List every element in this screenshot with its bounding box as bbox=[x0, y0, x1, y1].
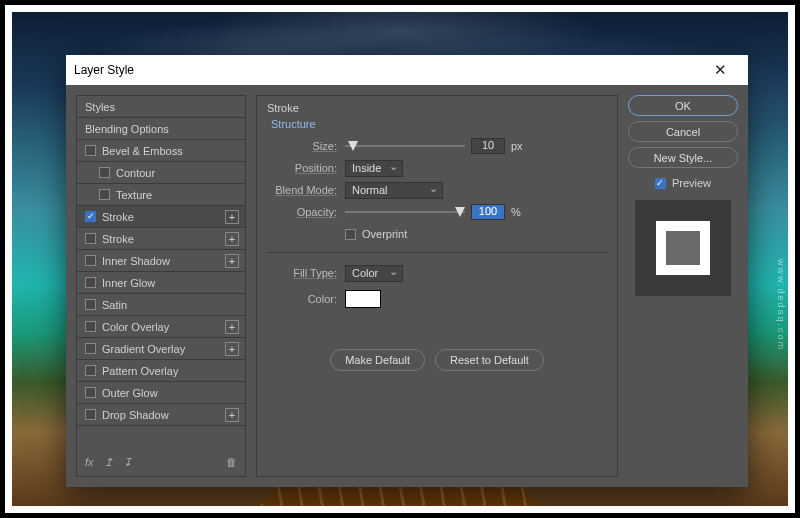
checkbox-icon[interactable] bbox=[85, 277, 96, 288]
preview-thumbnail bbox=[635, 200, 731, 296]
titlebar[interactable]: Layer Style ✕ bbox=[66, 55, 748, 85]
style-gradient-overlay[interactable]: Gradient Overlay+ bbox=[77, 338, 245, 360]
style-stroke[interactable]: ✓Stroke+ bbox=[77, 206, 245, 228]
style-drop-shadow[interactable]: Drop Shadow+ bbox=[77, 404, 245, 426]
preview-stroke-square bbox=[656, 221, 710, 275]
new-style-button[interactable]: New Style... bbox=[628, 147, 738, 168]
make-default-button[interactable]: Make Default bbox=[330, 349, 425, 371]
fill-type-select[interactable]: Color bbox=[345, 265, 403, 282]
checkbox-icon[interactable] bbox=[85, 255, 96, 266]
checkbox-icon[interactable] bbox=[85, 321, 96, 332]
opacity-label: Opacity: bbox=[267, 206, 345, 218]
style-contour[interactable]: Contour bbox=[77, 162, 245, 184]
style-pattern-overlay[interactable]: Pattern Overlay bbox=[77, 360, 245, 382]
checkbox-icon[interactable] bbox=[85, 299, 96, 310]
position-select[interactable]: Inside bbox=[345, 160, 403, 177]
blend-mode-select[interactable]: Normal bbox=[345, 182, 443, 199]
blend-mode-label: Blend Mode: bbox=[267, 184, 345, 196]
style-label: Stroke bbox=[102, 211, 134, 223]
add-effect-icon[interactable]: + bbox=[225, 254, 239, 268]
style-label: Satin bbox=[102, 299, 127, 311]
style-label: Outer Glow bbox=[102, 387, 158, 399]
opacity-unit: % bbox=[511, 206, 521, 218]
checkbox-icon[interactable] bbox=[85, 409, 96, 420]
ok-button[interactable]: OK bbox=[628, 95, 738, 116]
styles-header-label: Styles bbox=[85, 101, 115, 113]
color-label: Color: bbox=[267, 293, 345, 305]
dialog-actions: OK Cancel New Style... ✓ Preview bbox=[628, 95, 738, 477]
style-label: Inner Shadow bbox=[102, 255, 170, 267]
panel-title: Stroke bbox=[267, 102, 607, 114]
background-image: www.dedaq.com Layer Style ✕ Styles Blend… bbox=[12, 12, 788, 506]
style-label: Gradient Overlay bbox=[102, 343, 185, 355]
layer-style-dialog: Layer Style ✕ Styles Blending Options Be… bbox=[66, 55, 748, 487]
size-unit: px bbox=[511, 140, 523, 152]
style-stroke-2[interactable]: Stroke+ bbox=[77, 228, 245, 250]
color-swatch[interactable] bbox=[345, 290, 381, 308]
spacer bbox=[77, 426, 245, 448]
reset-to-default-button[interactable]: Reset to Default bbox=[435, 349, 544, 371]
opacity-input[interactable]: 100 bbox=[471, 204, 505, 220]
arrow-down-icon[interactable]: ↧ bbox=[123, 456, 132, 469]
style-outer-glow[interactable]: Outer Glow bbox=[77, 382, 245, 404]
close-icon[interactable]: ✕ bbox=[700, 61, 740, 79]
preview-label: Preview bbox=[672, 177, 711, 189]
checkbox-icon[interactable] bbox=[85, 365, 96, 376]
add-effect-icon[interactable]: + bbox=[225, 210, 239, 224]
style-label: Pattern Overlay bbox=[102, 365, 178, 377]
style-label: Texture bbox=[116, 189, 152, 201]
preview-checkbox[interactable]: ✓ bbox=[655, 178, 666, 189]
checkbox-icon[interactable] bbox=[85, 387, 96, 398]
fx-menu-icon[interactable]: fx bbox=[85, 456, 94, 468]
watermark: www.dedaq.com bbox=[776, 259, 786, 351]
checkbox-icon[interactable]: ✓ bbox=[85, 211, 96, 222]
trash-icon[interactable]: 🗑 bbox=[226, 456, 237, 468]
add-effect-icon[interactable]: + bbox=[225, 232, 239, 246]
stroke-settings-panel: Stroke Structure Size: 10 px Position: I… bbox=[256, 95, 618, 477]
overprint-label: Overprint bbox=[362, 228, 407, 240]
style-label: Drop Shadow bbox=[102, 409, 169, 421]
size-slider[interactable] bbox=[345, 139, 465, 153]
add-effect-icon[interactable]: + bbox=[225, 320, 239, 334]
styles-list: Styles Blending Options Bevel & Emboss C… bbox=[76, 95, 246, 477]
add-effect-icon[interactable]: + bbox=[225, 342, 239, 356]
checkbox-icon[interactable] bbox=[99, 167, 110, 178]
blending-options[interactable]: Blending Options bbox=[77, 118, 245, 140]
style-label: Contour bbox=[116, 167, 155, 179]
size-input[interactable]: 10 bbox=[471, 138, 505, 154]
checkbox-icon[interactable] bbox=[85, 233, 96, 244]
style-label: Inner Glow bbox=[102, 277, 155, 289]
window-title: Layer Style bbox=[74, 63, 700, 77]
checkbox-icon[interactable] bbox=[99, 189, 110, 200]
style-bevel-emboss[interactable]: Bevel & Emboss bbox=[77, 140, 245, 162]
checkbox-icon[interactable] bbox=[85, 343, 96, 354]
style-color-overlay[interactable]: Color Overlay+ bbox=[77, 316, 245, 338]
style-label: Bevel & Emboss bbox=[102, 145, 183, 157]
style-label: Stroke bbox=[102, 233, 134, 245]
fill-type-label: Fill Type: bbox=[267, 267, 345, 279]
style-texture[interactable]: Texture bbox=[77, 184, 245, 206]
arrow-up-icon[interactable]: ↥ bbox=[104, 456, 113, 469]
position-label: Position: bbox=[267, 162, 345, 174]
add-effect-icon[interactable]: + bbox=[225, 408, 239, 422]
overprint-checkbox[interactable] bbox=[345, 229, 356, 240]
opacity-slider[interactable] bbox=[345, 205, 465, 219]
styles-footer: fx ↥ ↧ 🗑 bbox=[77, 448, 245, 476]
style-label: Color Overlay bbox=[102, 321, 169, 333]
size-label: Size: bbox=[267, 140, 345, 152]
styles-header[interactable]: Styles bbox=[77, 96, 245, 118]
blending-options-label: Blending Options bbox=[85, 123, 169, 135]
style-inner-glow[interactable]: Inner Glow bbox=[77, 272, 245, 294]
style-inner-shadow[interactable]: Inner Shadow+ bbox=[77, 250, 245, 272]
style-satin[interactable]: Satin bbox=[77, 294, 245, 316]
checkbox-icon[interactable] bbox=[85, 145, 96, 156]
structure-label: Structure bbox=[271, 118, 607, 130]
cancel-button[interactable]: Cancel bbox=[628, 121, 738, 142]
